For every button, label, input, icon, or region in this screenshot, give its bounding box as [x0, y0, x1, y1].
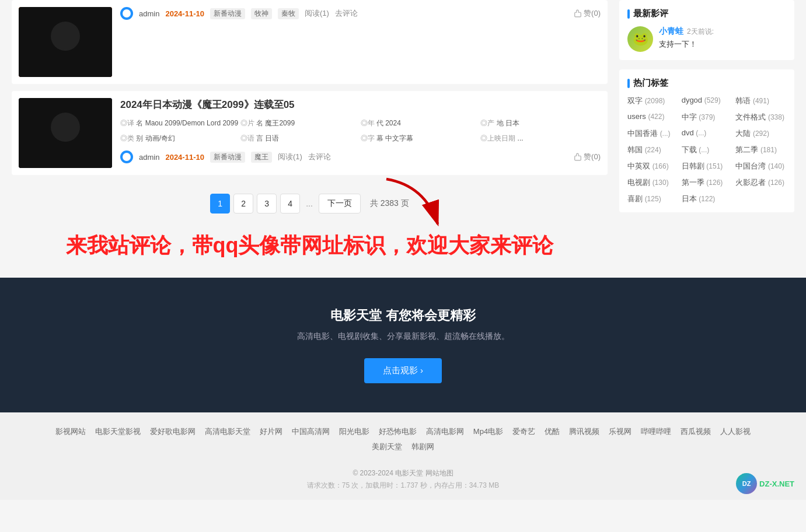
- commenter-avatar: 🐸: [627, 26, 653, 52]
- footer-link-sunshine[interactable]: 阳光电影: [339, 426, 369, 437]
- footer-link-letv[interactable]: 乐视网: [609, 426, 631, 437]
- read-count-1: 阅读(1): [305, 8, 329, 19]
- footer-link-youku[interactable]: 优酷: [545, 426, 560, 437]
- post-tag-2a: 魔王: [251, 152, 272, 163]
- footer-link-horror[interactable]: 好恐怖电影: [379, 426, 417, 437]
- article-body-1: admin 2024-11-10 新番动漫 牧神 秦牧 阅读(1) 去评论 赞(…: [120, 7, 601, 77]
- meta-item: ◎语 言 日语: [240, 132, 361, 145]
- article-footer-2: admin 2024-11-10 新番动漫 魔王 阅读(1) 去评论 赞(0): [120, 150, 601, 163]
- post-tag-1b: 秦牧: [278, 8, 299, 19]
- comment-content: 小青蛙 2天前说: 支持一下！: [659, 26, 786, 50]
- author-avatar-1: [120, 7, 133, 20]
- page-next-btn[interactable]: 下一页: [319, 194, 361, 214]
- like-count-1: 赞(0): [584, 8, 601, 19]
- overlay-announcement: 来我站评论，带qq头像带网址标识，欢迎大家来评论: [12, 225, 608, 266]
- hot-tag-hk[interactable]: 中国香港 (...): [627, 128, 678, 139]
- post-category-2: 新番动漫: [210, 152, 245, 163]
- meta-item: ◎类 别 动画/奇幻: [120, 132, 240, 145]
- footer-cta-btn[interactable]: 点击观影 ›: [364, 358, 442, 383]
- meta-item: ◎上映日期 ...: [480, 132, 601, 145]
- footer-link-haopian[interactable]: 好片网: [260, 426, 282, 437]
- post-date-2: 2024-11-10: [165, 153, 204, 162]
- svg-point-1: [123, 153, 131, 161]
- hot-tag-hanguo[interactable]: 韩国 (224): [627, 145, 678, 155]
- footer-cta: 电影天堂 有您将会更精彩 高清电影、电视剧收集、分享最新影视、超流畅在线播放。 …: [0, 278, 806, 412]
- article-meta-2: ◎译 名 Maou 2099/Demon Lord 2099 ◎片 名 魔王20…: [120, 117, 601, 145]
- footer-link-renren[interactable]: 人人影视: [720, 426, 751, 437]
- comment-time: 2天前说:: [687, 27, 714, 37]
- hot-tag-shuangzi[interactable]: 双字 (2098): [627, 96, 678, 106]
- page-btn-2[interactable]: 2: [233, 194, 253, 214]
- footer-link-hqdymw[interactable]: 高清电影网: [426, 426, 464, 437]
- read-count-2: 阅读(1): [278, 152, 302, 162]
- commenter-name[interactable]: 小青蛙: [659, 26, 683, 37]
- hot-tag-dalu[interactable]: 大陆 (292): [735, 128, 786, 139]
- meta-item: ◎字 幕 中文字幕: [361, 132, 481, 145]
- thumb-image-1: [19, 7, 112, 77]
- hot-tag-riben[interactable]: 日本 (122): [682, 194, 732, 204]
- hot-tag-xiazai[interactable]: 下载 (...): [682, 145, 732, 155]
- hot-tag-hanyu[interactable]: 韩语 (491): [735, 96, 786, 106]
- comment-item: 🐸 小青蛙 2天前说: 支持一下！: [627, 26, 786, 52]
- article-title-2[interactable]: 2024年日本动漫《魔王2099》连载至05: [120, 98, 601, 111]
- footer-bottom: © 2023-2024 电影天堂 网站地图 请求次数：75 次，加载用时：1.7…: [0, 463, 806, 500]
- hot-tag-rihanji[interactable]: 日韩剧 (151): [682, 161, 732, 172]
- author-avatar-2: [120, 150, 133, 163]
- footer-cta-title: 电影天堂 有您将会更精彩: [12, 307, 794, 324]
- hot-tag-zhongyingshuang[interactable]: 中英双 (166): [627, 161, 678, 172]
- like-btn-1[interactable]: 赞(0): [574, 8, 601, 19]
- footer-link-mp4[interactable]: Mp4电影: [473, 426, 503, 437]
- footer-links-row-1: 影视网站 电影天堂影视 爱好歌电影网 高清电影天堂 好片网 中国高清网 阳光电影…: [12, 426, 794, 437]
- footer-link-yingshi[interactable]: 影视网站: [55, 426, 86, 437]
- meta-item: ◎译 名 Maou 2099/Demon Lord 2099: [120, 117, 240, 130]
- footer-links-row-2: 美剧天堂 韩剧网: [12, 442, 794, 452]
- like-count-2: 赞(0): [584, 152, 601, 162]
- footer-link-xigua[interactable]: 西瓜视频: [681, 426, 711, 437]
- latest-comment-section: 最新影评 🐸 小青蛙 2天前说: 支持一下！: [619, 0, 794, 60]
- comment-header: 小青蛙 2天前说:: [659, 26, 786, 37]
- dz-logo-circle: DZ: [736, 473, 757, 494]
- like-btn-2[interactable]: 赞(0): [574, 152, 601, 162]
- left-content: admin 2024-11-10 新番动漫 牧神 秦牧 阅读(1) 去评论 赞(…: [12, 0, 608, 266]
- page-btn-3[interactable]: 3: [257, 194, 277, 214]
- footer-links: 影视网站 电影天堂影视 爱好歌电影网 高清电影天堂 好片网 中国高清网 阳光电影…: [0, 412, 806, 463]
- footer-link-tencent[interactable]: 腾讯视频: [569, 426, 599, 437]
- hot-tag-huoyingrenzhe[interactable]: 火影忍者 (126): [735, 177, 786, 188]
- hot-tag-taiwan[interactable]: 中国台湾 (140): [735, 161, 786, 172]
- page-btn-4[interactable]: 4: [280, 194, 300, 214]
- right-sidebar: 最新影评 🐸 小青蛙 2天前说: 支持一下！: [619, 0, 794, 266]
- footer-link-iqiyi[interactable]: 爱奇艺: [512, 426, 535, 437]
- hot-tag-dianju[interactable]: 电视剧 (130): [627, 177, 678, 188]
- footer-link-dyttys[interactable]: 电影天堂影视: [95, 426, 141, 437]
- author-name-2: admin: [139, 153, 159, 162]
- tags-grid: 双字 (2098) dygod (529) 韩语 (491) users (42…: [627, 96, 786, 204]
- footer-link-aigege[interactable]: 爱好歌电影网: [150, 426, 196, 437]
- post-date-1: 2024-11-10: [165, 9, 204, 18]
- article-thumb-1: [19, 7, 112, 77]
- hot-tag-users[interactable]: users (422): [627, 112, 678, 123]
- footer-link-meiju[interactable]: 美剧天堂: [372, 442, 402, 452]
- footer-copyright: © 2023-2024 电影天堂 网站地图: [12, 468, 794, 478]
- hot-tag-dierji[interactable]: 第二季 (181): [735, 145, 786, 155]
- post-tag-1a: 牧神: [251, 8, 272, 19]
- hot-tag-fileformat[interactable]: 文件格式 (338): [735, 112, 786, 123]
- hot-tag-dygod[interactable]: dygod (529): [682, 96, 732, 106]
- comment-link-1[interactable]: 去评论: [335, 8, 358, 19]
- page-btn-1[interactable]: 1: [210, 194, 230, 214]
- footer-cta-desc: 高清电影、电视剧收集、分享最新影视、超流畅在线播放。: [12, 331, 794, 342]
- hot-tag-dvd[interactable]: dvd (...): [682, 128, 732, 139]
- dz-plugin-logo: DZ DZ-X.NET: [736, 473, 794, 494]
- footer-link-bilibili[interactable]: 哔哩哔哩: [641, 426, 671, 437]
- overlay-wrapper: 来我站评论，带qq头像带网址标识，欢迎大家来评论: [12, 225, 608, 266]
- footer-link-cnhd[interactable]: 中国高清网: [292, 426, 330, 437]
- footer-link-hqtt[interactable]: 高清电影天堂: [205, 426, 250, 437]
- footer-link-hanju[interactable]: 韩剧网: [411, 442, 434, 452]
- hot-tag-diyiji[interactable]: 第一季 (126): [682, 177, 732, 188]
- content-area: admin 2024-11-10 新番动漫 牧神 秦牧 阅读(1) 去评论 赞(…: [0, 0, 806, 278]
- title-bar: [627, 9, 630, 19]
- hot-tag-zhongzi[interactable]: 中字 (379): [682, 112, 732, 123]
- comment-link-2[interactable]: 去评论: [308, 152, 331, 162]
- hot-tag-xiju[interactable]: 喜剧 (125): [627, 194, 678, 204]
- hot-tags-section: 热门标签 双字 (2098) dygod (529) 韩语 (491) user…: [619, 69, 794, 212]
- dz-logo-text: DZ-X.NET: [759, 480, 794, 488]
